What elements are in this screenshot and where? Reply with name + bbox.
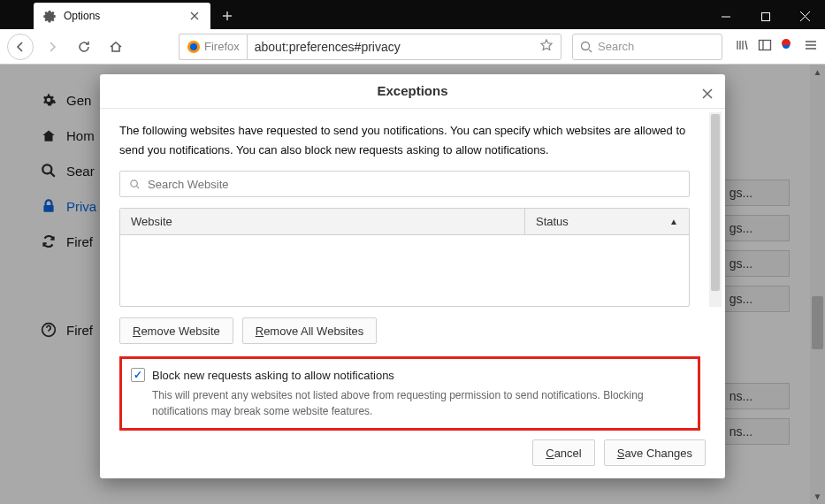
home-button[interactable]: [103, 34, 129, 60]
sort-asc-icon: ▲: [669, 217, 678, 226]
new-tab-button[interactable]: [214, 3, 241, 29]
remove-website-button[interactable]: Remove Website: [119, 317, 233, 344]
forward-button: [39, 34, 65, 60]
block-requests-label: Block new requests asking to allow notif…: [152, 369, 394, 382]
svg-point-3: [582, 42, 590, 50]
searchbox[interactable]: Search: [572, 34, 722, 60]
cancel-button[interactable]: Cancel: [532, 439, 594, 466]
identity-box[interactable]: Firefox: [179, 34, 247, 60]
websites-table: Website Status▲: [119, 208, 690, 307]
save-changes-button[interactable]: Save Changes: [604, 439, 706, 466]
titlebar: Options: [0, 0, 825, 29]
table-header: Website Status▲: [120, 209, 689, 235]
sidebar-icon[interactable]: [758, 38, 772, 56]
dialog-title: Exceptions: [377, 83, 447, 98]
tab-options[interactable]: Options: [34, 3, 210, 29]
search-website-field[interactable]: [148, 178, 680, 191]
block-requests-section: ✓ Block new requests asking to allow not…: [119, 356, 700, 431]
column-status[interactable]: Status▲: [525, 209, 689, 234]
svg-rect-0: [761, 12, 769, 20]
dialog-body: The following websites have requested to…: [100, 109, 725, 431]
urlbar[interactable]: about:preferences#privacy: [247, 34, 561, 60]
search-icon: [580, 41, 592, 53]
identity-label: Firefox: [204, 40, 240, 53]
extension-icon[interactable]: [781, 38, 795, 56]
dialog-scrollbar[interactable]: [709, 112, 722, 307]
gear-icon: [42, 9, 57, 23]
scrollbar-thumb[interactable]: [711, 114, 720, 291]
firefox-icon: [187, 40, 201, 54]
dialog-description: The following websites have requested to…: [119, 121, 690, 160]
close-button[interactable]: [785, 4, 825, 29]
url-text: about:preferences#privacy: [255, 40, 539, 54]
back-button[interactable]: [7, 34, 34, 60]
table-actions: Remove Website Remove All Websites: [119, 317, 706, 344]
reload-button[interactable]: [71, 34, 97, 60]
content-area: Gen Hom Sear Priva Firef Firef gs... gs.…: [0, 65, 825, 504]
block-requests-checkbox[interactable]: ✓: [131, 368, 145, 382]
close-icon[interactable]: [187, 9, 202, 23]
minimize-button[interactable]: [706, 4, 745, 29]
search-placeholder: Search: [598, 40, 634, 53]
library-icon[interactable]: [735, 38, 749, 56]
tab-title: Options: [64, 10, 187, 22]
menu-icon[interactable]: [804, 38, 818, 56]
navbar: Firefox about:preferences#privacy Search: [0, 29, 825, 65]
dialog-header: Exceptions: [100, 74, 725, 109]
remove-all-websites-button[interactable]: Remove All Websites: [242, 317, 378, 344]
search-icon: [129, 179, 141, 190]
close-icon[interactable]: [699, 85, 716, 103]
search-website-input[interactable]: [119, 171, 690, 197]
bookmark-star-icon[interactable]: [539, 38, 554, 56]
exceptions-dialog: Exceptions The following websites have r…: [100, 74, 725, 478]
maximize-button[interactable]: [745, 4, 785, 29]
dialog-footer: Cancel Save Changes: [100, 431, 725, 478]
svg-rect-4: [760, 40, 771, 50]
block-requests-description: This will prevent any websites not liste…: [152, 387, 685, 419]
svg-point-9: [131, 179, 137, 186]
window-controls: [706, 4, 825, 29]
svg-point-2: [190, 43, 197, 50]
column-website[interactable]: Website: [120, 209, 525, 234]
tabs-area: Options: [0, 0, 241, 29]
